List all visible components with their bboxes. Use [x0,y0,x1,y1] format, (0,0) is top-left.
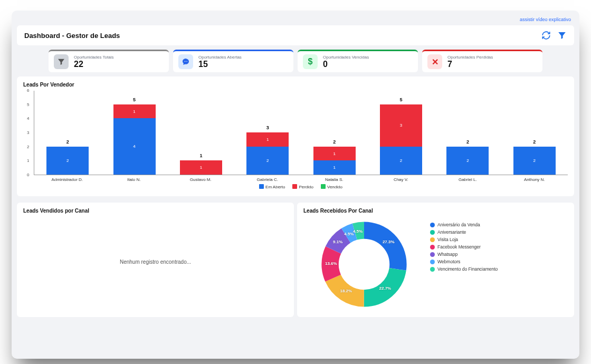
card-value: 15 [198,60,208,69]
bar-chart-panel: Leads Por Vendedor 012345622415112131122… [17,76,574,196]
svg-point-1 [185,61,186,62]
bar-legend: Em Aberto Perdido Vendido [34,184,568,189]
title-bar: Dashboard - Gestor de Leads [17,25,574,45]
bar-group[interactable]: 22 [46,147,89,175]
funnel-icon [54,54,69,69]
donut-legend: Aniversário da VendaAniversarianteVisita… [430,217,568,274]
refresh-icon [541,31,551,40]
legend-item[interactable]: Visita Loja [430,237,568,242]
card-label: Oportunidades Abertas [198,55,242,60]
card-label: Oportunidades Perdidas [447,55,493,60]
sold-by-channel-panel: Leads Vendidos por Canal Nenhum registro… [17,203,294,317]
card-open[interactable]: Oportunidades Abertas15 [173,50,293,72]
bar-group[interactable]: 22 [513,147,556,175]
card-total[interactable]: Oportunidades Totais22 [49,50,169,72]
empty-message: Nenhum registro encontrado... [23,217,288,265]
dollar-icon: $ [303,54,318,69]
card-won[interactable]: $ Oportunidades Vencidas0 [298,50,418,72]
bar-group[interactable]: 11 [180,160,222,175]
video-help-link[interactable]: assistir vídeo explicativo [17,15,574,25]
legend-item[interactable]: Webmotors [430,259,568,264]
bar-group[interactable]: 213 [246,132,289,175]
received-by-channel-panel: Leads Recebidos Por Canal 27.3%22.7%18.2… [297,203,574,317]
chat-icon [178,54,193,69]
card-label: Oportunidades Vencidas [323,55,369,60]
panel-title: Leads Por Vendedor [23,82,568,88]
legend-item[interactable]: Aniversário da Venda [430,222,568,227]
bar-group[interactable]: 235 [380,104,422,175]
panel-title: Leads Vendidos por Canal [23,208,288,214]
bar-chart: 012345622415112131122352222 Administrado… [23,91,568,191]
legend-item[interactable]: Vencimento do Financiamento [430,266,568,272]
summary-cards: Oportunidades Totais22 Oportunidades Abe… [49,50,542,72]
card-value: 22 [74,60,83,69]
close-icon: ✕ [427,54,442,69]
bar-group[interactable]: 415 [113,104,156,175]
panel-title: Leads Recebidos Por Canal [303,208,568,214]
legend-item[interactable]: Aniversariante [430,229,568,235]
page-title: Dashboard - Gestor de Leads [24,32,120,40]
svg-point-2 [187,61,187,62]
filter-button[interactable] [557,31,567,40]
bar-group[interactable]: 22 [446,147,489,175]
legend-item[interactable]: Whatsapp [430,252,568,257]
svg-point-0 [184,61,185,62]
refresh-button[interactable] [541,31,551,40]
legend-item[interactable]: Facebook Messenger [430,244,568,250]
bar-group[interactable]: 112 [313,147,356,175]
card-lost[interactable]: ✕ Oportunidades Perdidas7 [422,50,542,72]
card-label: Oportunidades Totais [74,55,113,60]
donut-chart: 27.3%22.7%18.2%13.6%9.1%4.5%4.5% [303,217,425,312]
card-value: 7 [447,60,452,69]
filter-icon [557,31,567,40]
card-value: 0 [323,60,328,69]
